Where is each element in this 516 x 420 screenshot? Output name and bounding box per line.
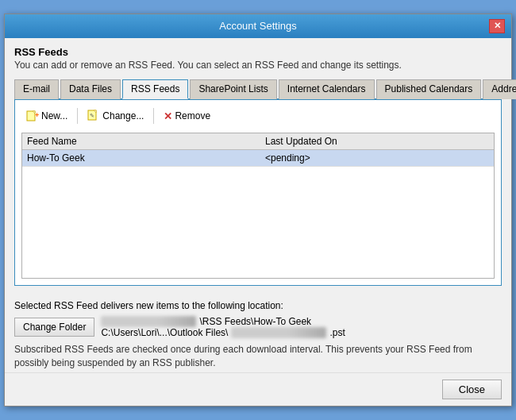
tab-internet-calendars[interactable]: Internet Calendars xyxy=(279,79,375,99)
rss-feeds-table: Feed Name Last Updated On How-To Geek <p… xyxy=(21,133,495,279)
path-blur-1 xyxy=(101,316,196,327)
tab-bar: E-mail Data Files RSS Feeds SharePoint L… xyxy=(14,79,502,100)
row-feed-name: How-To Geek xyxy=(27,152,265,164)
change-folder-row: Change Folder \RSS Feeds\How-To Geek C:\… xyxy=(14,316,502,338)
path-display: \RSS Feeds\How-To Geek C:\Users\Lori\...… xyxy=(101,316,345,338)
column-last-updated: Last Updated On xyxy=(265,136,489,147)
toolbar-separator-1 xyxy=(77,108,78,124)
section-header: RSS Feeds xyxy=(14,46,502,58)
toolbar-separator-2 xyxy=(153,108,154,124)
row-last-updated: <pending> xyxy=(265,152,489,164)
table-header: Feed Name Last Updated On xyxy=(22,133,494,150)
path-line-2: C:\Users\Lori\...\Outlook Files\ .pst xyxy=(101,327,345,338)
tab-data-files[interactable]: Data Files xyxy=(60,79,121,99)
window-close-button[interactable]: ✕ xyxy=(489,19,505,33)
tab-published-calendars[interactable]: Published Calendars xyxy=(376,79,482,99)
location-info-text: Selected RSS Feed delivers new items to … xyxy=(14,300,502,311)
note-text: Subscribed RSS Feeds are checked once du… xyxy=(14,343,502,370)
path-blur-2 xyxy=(231,327,326,338)
title-bar: Account Settings ✕ xyxy=(5,14,511,38)
toolbar: + New... ✎ Change... ✕ Remove xyxy=(21,106,495,126)
tab-address-books[interactable]: Address Books xyxy=(483,79,516,99)
path-line2-suffix: .pst xyxy=(329,327,345,338)
dialog-footer: Close xyxy=(5,372,511,406)
remove-icon: ✕ xyxy=(164,110,172,122)
new-label: New... xyxy=(41,110,67,121)
bottom-section: Selected RSS Feed delivers new items to … xyxy=(5,294,511,373)
table-empty-space xyxy=(22,167,494,278)
change-icon: ✎ xyxy=(87,109,100,124)
change-folder-button[interactable]: Change Folder xyxy=(14,318,94,337)
close-dialog-button[interactable]: Close xyxy=(442,380,502,399)
path-line-1: \RSS Feeds\How-To Geek xyxy=(101,316,345,327)
column-feed-name: Feed Name xyxy=(27,136,265,147)
remove-button[interactable]: ✕ Remove xyxy=(159,108,215,125)
path-line2-prefix: C:\Users\Lori\...\Outlook Files\ xyxy=(101,327,228,338)
section-description: You can add or remove an RSS Feed. You c… xyxy=(14,60,502,71)
new-icon: + xyxy=(26,110,39,122)
new-button[interactable]: + New... xyxy=(21,107,72,125)
path-suffix: \RSS Feeds\How-To Geek xyxy=(199,316,311,327)
dialog-title: Account Settings xyxy=(27,20,489,32)
tab-rss-feeds[interactable]: RSS Feeds xyxy=(122,79,188,99)
table-row[interactable]: How-To Geek <pending> xyxy=(22,150,494,167)
change-button[interactable]: ✎ Change... xyxy=(83,106,148,126)
account-settings-dialog: Account Settings ✕ RSS Feeds You can add… xyxy=(4,13,512,407)
remove-label: Remove xyxy=(175,110,210,121)
tab-content-rss-feeds: + New... ✎ Change... ✕ Remove xyxy=(14,100,502,286)
change-label: Change... xyxy=(102,110,144,121)
tab-sharepoint-lists[interactable]: SharePoint Lists xyxy=(190,79,276,99)
svg-text:+: + xyxy=(35,111,39,119)
dialog-body: RSS Feeds You can add or remove an RSS F… xyxy=(5,38,511,294)
tab-email[interactable]: E-mail xyxy=(14,79,59,99)
svg-text:✎: ✎ xyxy=(90,113,94,118)
